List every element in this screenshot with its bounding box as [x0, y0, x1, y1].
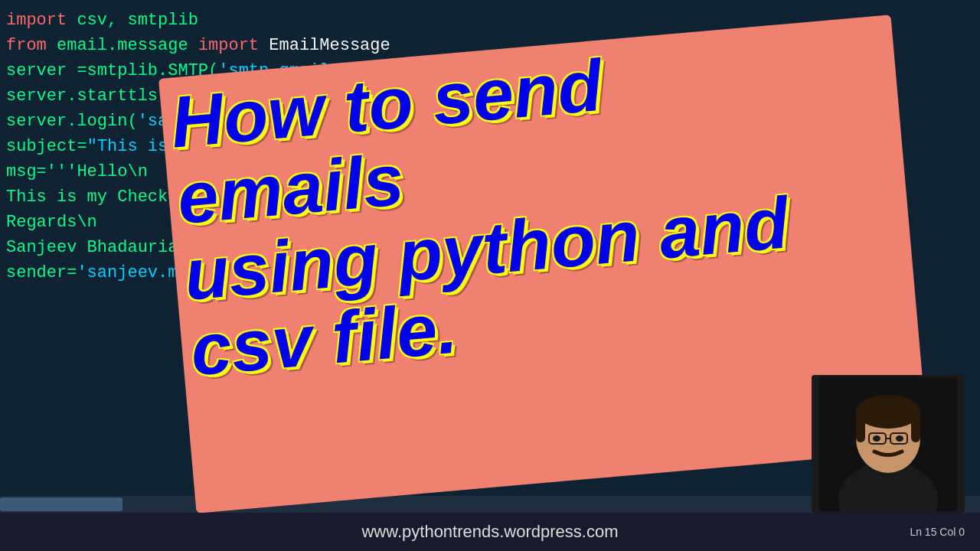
status-right: Ln 15 Col 0 — [910, 526, 965, 538]
svg-rect-6 — [911, 408, 920, 442]
status-bar: www.pythontrends.wordpress.com Ln 15 Col… — [0, 513, 980, 551]
website-url: www.pythontrends.wordpress.com — [361, 522, 618, 542]
svg-point-8 — [896, 435, 903, 442]
title-text-block: How to send emails using python and csv … — [168, 31, 812, 389]
scroll-thumb[interactable] — [0, 497, 122, 511]
webcam-feed — [812, 375, 965, 513]
svg-point-7 — [873, 435, 880, 442]
svg-rect-5 — [856, 408, 865, 442]
svg-point-4 — [856, 395, 920, 429]
